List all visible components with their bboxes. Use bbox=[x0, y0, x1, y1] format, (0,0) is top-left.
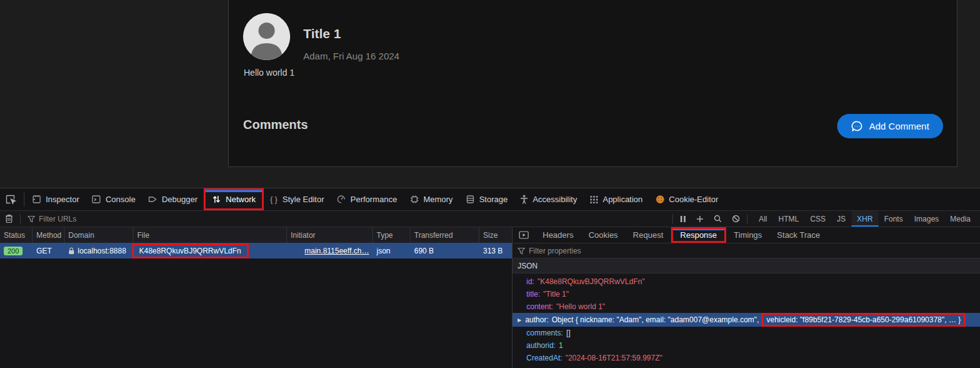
toolbar-separator bbox=[747, 214, 748, 224]
request-type-filters: All HTML CSS JS XHR Fonts Images Media bbox=[753, 211, 976, 227]
tab-label: Debugger bbox=[162, 195, 197, 204]
tab-accessibility[interactable]: Accessibility bbox=[514, 188, 583, 210]
initiator-link[interactable]: main.8115eeff.ch… bbox=[305, 247, 369, 255]
tab-storage[interactable]: Storage bbox=[459, 188, 514, 210]
filter-html[interactable]: HTML bbox=[773, 211, 805, 227]
tree-row-createdat[interactable]: CreatedAt: "2024-08-16T21:57:59.997Z" bbox=[513, 352, 980, 364]
pause-traffic-button[interactable] bbox=[675, 211, 691, 227]
tab-inspector[interactable]: Inspector bbox=[26, 188, 85, 210]
tab-debugger[interactable]: Debugger bbox=[142, 188, 204, 210]
tabbar-separator bbox=[24, 192, 24, 207]
column-header-method[interactable]: Method bbox=[33, 227, 65, 243]
resend-request-button[interactable] bbox=[513, 227, 535, 243]
block-icon bbox=[732, 215, 740, 223]
request-size-cell: 313 B bbox=[479, 243, 512, 258]
add-comment-label: Add Comment bbox=[869, 121, 929, 131]
tree-row-id[interactable]: id: "K48e8RQkuvBJ9QRRwVLdFn" bbox=[513, 275, 980, 288]
tab-application[interactable]: Application bbox=[583, 188, 649, 210]
request-type-cell: json bbox=[373, 243, 410, 258]
pause-icon bbox=[680, 215, 686, 223]
filter-css[interactable]: CSS bbox=[805, 211, 831, 227]
tree-row-content[interactable]: content: "Hello world 1" bbox=[513, 300, 980, 313]
play-box-icon bbox=[519, 231, 529, 239]
filter-all[interactable]: All bbox=[753, 211, 773, 227]
devtools-panel: Inspector Console Debugger bbox=[0, 188, 980, 368]
tree-row-comments[interactable]: comments: [] bbox=[513, 327, 980, 339]
screenshot-root: Title 1 Adam, Fri Aug 16 2024 Hello worl… bbox=[0, 0, 980, 368]
requests-table-header: Status Method Domain File Initiator Type… bbox=[0, 227, 512, 243]
column-header-initiator[interactable]: Initiator bbox=[287, 227, 373, 243]
filter-media[interactable]: Media bbox=[944, 211, 976, 227]
search-button[interactable] bbox=[709, 211, 727, 227]
tree-row-author[interactable]: ▶ author: Object { nickname: "Adam", ema… bbox=[513, 313, 980, 327]
details-tabbar: Headers Cookies Request Response Timings… bbox=[513, 227, 980, 243]
filter-images[interactable]: Images bbox=[909, 211, 944, 227]
json-key: comments: bbox=[526, 329, 563, 337]
json-key: authorid: bbox=[526, 341, 556, 350]
console-icon bbox=[91, 195, 101, 204]
pick-element-button[interactable] bbox=[0, 188, 23, 210]
network-icon bbox=[212, 195, 221, 204]
column-header-file[interactable]: File bbox=[133, 227, 287, 243]
accessibility-icon bbox=[520, 195, 528, 204]
column-header-status[interactable]: Status bbox=[0, 227, 33, 243]
expand-arrow-icon[interactable]: ▶ bbox=[518, 317, 521, 323]
block-requests-button[interactable] bbox=[727, 211, 745, 227]
tab-memory[interactable]: Memory bbox=[404, 188, 459, 210]
json-value: 1 bbox=[559, 341, 563, 350]
tab-request[interactable]: Request bbox=[625, 227, 670, 243]
column-header-size[interactable]: Size bbox=[479, 227, 512, 243]
filter-urls-input[interactable]: Filter URLs bbox=[23, 215, 670, 223]
request-file-cell: K48e8RQkuvBJ9QRRwVLdFn bbox=[133, 243, 287, 258]
post-card: Title 1 Adam, Fri Aug 16 2024 Hello worl… bbox=[228, 0, 957, 167]
pick-element-icon bbox=[6, 195, 17, 205]
tab-response[interactable]: Response bbox=[671, 227, 727, 243]
active-tab-indicator bbox=[673, 229, 725, 230]
funnel-icon bbox=[28, 215, 35, 223]
tab-timings[interactable]: Timings bbox=[726, 227, 769, 243]
filter-fonts[interactable]: Fonts bbox=[878, 211, 909, 227]
tab-cookie-editor[interactable]: Cookie-Editor bbox=[649, 188, 725, 210]
request-row-selected[interactable]: 200 GET localhost:8888 K48e8RQkuvBJ9QRRw… bbox=[0, 243, 512, 258]
tab-cookies[interactable]: Cookies bbox=[581, 227, 625, 243]
add-comment-button[interactable]: Add Comment bbox=[837, 114, 943, 138]
column-header-domain[interactable]: Domain bbox=[65, 227, 133, 243]
active-tab-indicator bbox=[206, 190, 262, 192]
tab-label: Inspector bbox=[46, 195, 79, 204]
lock-icon bbox=[68, 247, 75, 255]
inspector-icon bbox=[32, 195, 41, 204]
tree-row-authorid[interactable]: authorid: 1 bbox=[513, 339, 980, 352]
json-value: "Hello world 1" bbox=[556, 302, 605, 311]
filter-xhr[interactable]: XHR bbox=[852, 211, 878, 227]
filter-properties-input[interactable]: Filter properties bbox=[513, 243, 980, 258]
tab-style-editor[interactable]: { } Style Editor bbox=[264, 188, 330, 210]
column-header-type[interactable]: Type bbox=[373, 227, 410, 243]
tab-performance[interactable]: Performance bbox=[330, 188, 403, 210]
tab-headers[interactable]: Headers bbox=[535, 227, 581, 243]
tab-label: Storage bbox=[479, 195, 508, 204]
json-vehicleid-annotated: vehicleid: "f89b5f21-7829-45cb-a650-299a… bbox=[761, 313, 966, 327]
tab-label: Console bbox=[105, 195, 135, 204]
plus-icon bbox=[696, 215, 704, 223]
clear-requests-button[interactable] bbox=[0, 211, 18, 227]
request-domain-cell: localhost:8888 bbox=[65, 243, 133, 258]
tab-stack-trace[interactable]: Stack Trace bbox=[769, 227, 828, 243]
funnel-icon bbox=[518, 247, 525, 255]
tab-label: Accessibility bbox=[533, 195, 577, 204]
tree-row-title[interactable]: title: "Title 1" bbox=[513, 288, 980, 300]
column-header-transferred[interactable]: Transferred bbox=[410, 227, 479, 243]
trash-icon bbox=[5, 214, 13, 223]
filter-js[interactable]: JS bbox=[831, 211, 852, 227]
tab-console[interactable]: Console bbox=[85, 188, 142, 210]
tab-label: Cookie-Editor bbox=[669, 195, 719, 204]
new-request-button[interactable] bbox=[691, 211, 709, 227]
json-value: "Title 1" bbox=[543, 290, 569, 299]
json-value: "K48e8RQkuvBJ9QRRwVLdFn" bbox=[538, 277, 645, 286]
json-value: "2024-08-16T21:57:59.997Z" bbox=[565, 354, 662, 362]
json-section-header: JSON bbox=[513, 258, 980, 273]
tab-label: Network bbox=[226, 195, 256, 204]
tab-network[interactable]: Network bbox=[204, 188, 264, 210]
status-badge: 200 bbox=[4, 247, 23, 255]
search-icon bbox=[714, 215, 722, 223]
comment-icon bbox=[851, 120, 863, 133]
